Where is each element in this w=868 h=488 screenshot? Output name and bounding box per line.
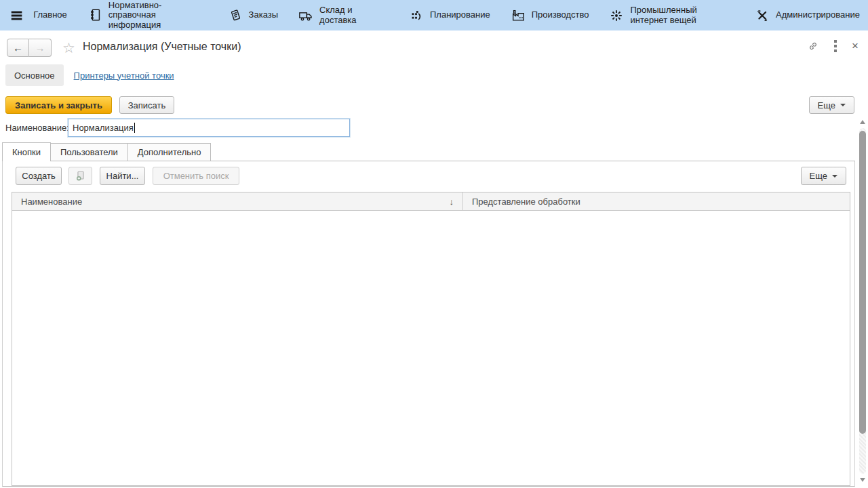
scroll-down-icon[interactable] [860,478,865,482]
sidebar-item-iiot[interactable]: Промышленный интернет вещей [609,5,734,25]
more-table-label: Еще [810,171,827,181]
tab-knopki[interactable]: Кнопки [2,142,51,161]
close-icon: × [852,41,859,51]
sidebar-item-zakazy[interactable]: Заказы [228,8,278,23]
titlebar-actions: × [807,40,859,52]
tab-panel: Создать Найти... Отменить поиск Еще Наим… [2,161,855,487]
grid-body[interactable] [12,211,850,485]
column-label: Наименование [21,197,82,207]
sidebar-item-administrirovanie[interactable]: Администрирование [755,8,860,23]
page-tabstrip: Кнопки Пользователи Дополнительно [2,142,855,161]
iiot-icon [609,8,624,23]
column-header-naimenovanie[interactable]: Наименование ↓ [12,192,463,210]
tab-polzovateli[interactable]: Пользователи [51,143,128,161]
back-icon: ← [13,42,23,54]
nav-label: Склад и доставка [319,5,389,25]
create-label: Создать [22,171,55,181]
grid-header: Наименование ↓ Представление обработки [12,192,850,211]
tab-dopolnitelno-label: Дополнительно [138,147,201,157]
factory-icon [511,8,526,23]
sections-bar: Главное Нормативно-справочная информация… [0,0,868,30]
favorite-star-button[interactable]: ☆ [62,39,75,57]
more-menu-button[interactable] [834,40,837,52]
main-menu-button[interactable] [8,7,25,24]
create-button[interactable]: Создать [16,167,62,185]
tab-osnovnoe-label: Основное [14,70,55,81]
link-icon [807,40,819,52]
tools-icon [755,8,770,23]
nav-label: Планирование [430,10,490,20]
name-field-label: Наименование: [5,123,69,133]
more-label: Еще [818,100,835,110]
find-button[interactable]: Найти... [100,167,145,185]
forward-button[interactable]: → [29,39,52,57]
book-icon [87,7,102,22]
close-button[interactable]: × [852,41,859,51]
tab-dopolnitelno[interactable]: Дополнительно [128,143,212,161]
name-field-row: Наименование: Нормализация [0,118,868,137]
buttons-grid: Наименование ↓ Представление обработки [12,192,850,486]
cancel-search-button[interactable]: Отменить поиск [153,167,239,185]
more-button-form[interactable]: Еще [809,96,854,114]
text-caret [134,123,135,133]
more-button-table[interactable]: Еще [801,167,846,185]
sidebar-item-nsi[interactable]: Нормативно-справочная информация [87,1,208,30]
scrollbar-thumb[interactable] [859,131,866,434]
save-and-close-label: Записать и закрыть [15,100,102,110]
page-title: Нормализация (Учетные точки) [83,41,241,53]
sidebar-item-planirovanie[interactable]: Планирование [409,8,490,23]
hamburger-icon [9,8,24,23]
nav-label: Нормативно-справочная информация [108,1,208,30]
name-input-value: Нормализация [73,123,134,133]
chevron-down-icon [840,104,846,106]
tab-polzovateli-label: Пользователи [60,147,118,157]
nav-label: Заказы [249,10,278,20]
nav-label: Промышленный интернет вещей [630,5,734,25]
truck-icon [298,8,313,23]
app-window: Главное Нормативно-справочная информация… [0,0,868,488]
form-titlebar: ← → ☆ Нормализация (Учетные точки) × [0,30,868,63]
copy-create-icon [75,170,87,182]
copy-create-button[interactable] [68,167,92,185]
chevron-down-icon [832,175,837,178]
sidebar-item-glavnoe[interactable]: Главное [33,10,67,20]
orders-icon [228,8,243,23]
column-label: Представление обработки [472,197,580,207]
nav-label: Главное [33,10,67,20]
name-input[interactable]: Нормализация [68,119,350,137]
tab-osnovnoe[interactable]: Основное [5,64,64,86]
planning-icon [409,8,424,23]
back-button[interactable]: ← [7,39,29,57]
cancel-search-label: Отменить поиск [163,171,229,181]
scroll-up-icon[interactable] [860,120,865,124]
save-and-close-button[interactable]: Записать и закрыть [5,96,112,114]
sort-desc-icon: ↓ [450,197,454,207]
form-nav-row: Основное Принтеры учетной точки [0,64,868,87]
find-label: Найти... [106,171,139,181]
save-label: Записать [128,100,166,110]
vertical-scrollbar [859,119,867,483]
sidebar-item-proizvodstvo[interactable]: Производство [511,8,589,23]
save-button[interactable]: Записать [119,96,174,114]
history-nav-group: ← → [7,39,52,57]
link-printery-uchetnoy-tochki[interactable]: Принтеры учетной точки [74,70,174,81]
copy-link-button[interactable] [807,40,819,52]
column-header-predstavlenie[interactable]: Представление обработки [463,192,850,210]
sidebar-item-sklad[interactable]: Склад и доставка [298,5,389,25]
tab-knopki-label: Кнопки [12,147,41,157]
more-dots-icon [834,40,837,52]
star-icon: ☆ [62,40,75,56]
forward-icon: → [35,42,45,54]
nav-label: Администрирование [776,10,860,20]
command-bar: Записать и закрыть Записать Еще [0,95,868,114]
nav-label: Производство [532,10,589,20]
